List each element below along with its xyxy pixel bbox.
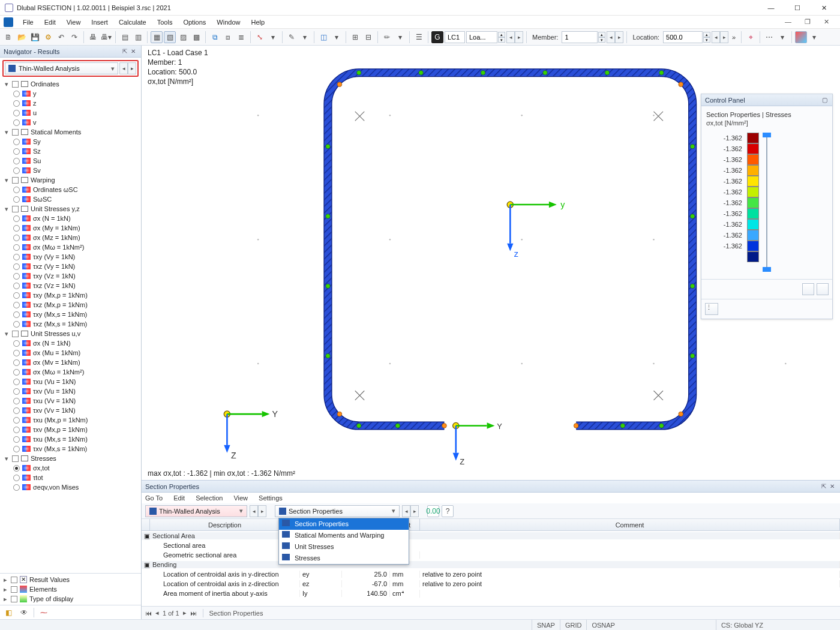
section-menu-goto[interactable]: Go To: [145, 494, 163, 502]
section-precision-icon[interactable]: 0.00: [427, 505, 439, 517]
navigator-header[interactable]: Navigator - Results ⇱ ✕: [0, 46, 141, 58]
misc-a-icon[interactable]: ⋯: [763, 31, 775, 43]
wand-icon[interactable]: ✎: [286, 31, 298, 43]
section-table-nav[interactable]: ◂▸: [402, 505, 419, 517]
dd-unit-stresses[interactable]: Unit Stresses: [279, 541, 409, 553]
tree-item[interactable]: σx (N = 1kN): [13, 214, 140, 223]
menu-tools[interactable]: Tools: [152, 17, 178, 27]
tree-item[interactable]: σx (N = 1kN): [13, 338, 140, 348]
tree-item[interactable]: u: [13, 108, 140, 118]
menu-insert[interactable]: Insert: [86, 17, 113, 27]
tree-item[interactable]: τxu (Vv = 1kN): [13, 396, 140, 406]
menu-help[interactable]: Help: [246, 17, 269, 27]
location-prev-next[interactable]: ◂▸: [712, 31, 728, 43]
nav-results-tab-icon[interactable]: ⁓: [38, 607, 50, 619]
tree-item[interactable]: σx (Mω = 1kNm²): [13, 242, 140, 252]
pencil-dd-icon[interactable]: ▾: [394, 31, 406, 43]
section-table-dropdown[interactable]: Section Properties Statical Moments and …: [278, 518, 409, 565]
tree-item[interactable]: τxv (Vu = 1kN): [13, 386, 140, 396]
tree-item[interactable]: τxv (Mx,p = 1kNm): [13, 425, 140, 434]
axes-dd-icon[interactable]: ▾: [267, 31, 279, 43]
tree-item[interactable]: τxu (Mx,s = 1kNm): [13, 434, 140, 444]
tree-item[interactable]: τxz (Mx,p = 1kNm): [13, 300, 140, 310]
undo-icon[interactable]: ↶: [55, 31, 67, 43]
tree-item[interactable]: σx (Mω = 1kNm²): [13, 367, 140, 377]
nav-data-tab-icon[interactable]: ◧: [2, 607, 14, 619]
axes-icon[interactable]: ⤡: [254, 31, 266, 43]
tree-item[interactable]: σx (Mz = 1kNm): [13, 233, 140, 242]
settings-icon[interactable]: ⚙: [42, 31, 54, 43]
tree-item[interactable]: τtot: [13, 473, 140, 482]
pager-prev-icon[interactable]: ◂: [155, 609, 159, 617]
view-shade-icon[interactable]: ▦: [151, 31, 163, 43]
member-combo[interactable]: [562, 31, 598, 43]
mdi-restore-icon[interactable]: ❐: [800, 17, 815, 27]
cp-copy-icon[interactable]: [802, 283, 814, 295]
control-panel[interactable]: Control Panel ▢ Section Properties | Str…: [701, 94, 833, 319]
col-comment[interactable]: Comment: [420, 519, 840, 530]
location-stepper[interactable]: ▴▾: [703, 32, 710, 43]
analysis-combo[interactable]: Thin-Walled Analysis ▾: [5, 62, 118, 74]
footer-type-of-display[interactable]: Type of display: [29, 594, 73, 604]
table-row[interactable]: Location of centroidal axis in y-directi…: [142, 569, 840, 579]
script-icon[interactable]: ≣: [235, 31, 247, 43]
box-dd-icon[interactable]: ▾: [331, 31, 343, 43]
dd-section-properties[interactable]: Section Properties: [279, 518, 409, 530]
menu-file[interactable]: File: [18, 17, 38, 27]
box-icon[interactable]: ◫: [317, 31, 329, 43]
report-icon[interactable]: ▤: [119, 31, 131, 43]
menu-window[interactable]: Window: [212, 17, 245, 27]
grid-b-icon[interactable]: ⊟: [362, 31, 374, 43]
mdi-close-icon[interactable]: ✕: [819, 17, 834, 27]
target-icon[interactable]: ⌖: [745, 31, 757, 43]
tree-item[interactable]: Sz: [13, 146, 140, 156]
redo-icon[interactable]: ↷: [68, 31, 80, 43]
tree-item[interactable]: Sy: [13, 137, 140, 146]
calc-icon[interactable]: ⧉: [209, 31, 221, 43]
status-grid[interactable]: GRID: [560, 620, 587, 630]
window-close-button[interactable]: ✕: [812, 0, 835, 16]
col-description[interactable]: Description: [150, 519, 300, 530]
mdi-minimize-icon[interactable]: —: [780, 17, 796, 27]
wand-dd-icon[interactable]: ▾: [299, 31, 311, 43]
tree-item[interactable]: z: [13, 98, 140, 108]
tree-group[interactable]: ▾ Ordinates: [4, 79, 140, 89]
menu-calculate[interactable]: Calculate: [114, 17, 151, 27]
table-row[interactable]: ▣Sectional Area: [142, 531, 840, 541]
tree-item[interactable]: τxu (Mx,p = 1kNm): [13, 415, 140, 425]
section-menu-selection[interactable]: Selection: [196, 494, 223, 502]
tree-group[interactable]: ▾ Warping: [4, 175, 140, 185]
model-viewport[interactable]: LC1 - Load Case 1 Member: 1 Location: 50…: [142, 46, 840, 480]
tree-item[interactable]: τxy (Mx,s = 1kNm): [13, 310, 140, 319]
tree-item[interactable]: σeqv,von Mises: [13, 482, 140, 492]
dd-statical-moments[interactable]: Statical Moments and Warping: [279, 530, 409, 541]
dd-stresses[interactable]: Stresses: [279, 553, 409, 564]
pencil-icon[interactable]: ✏: [381, 31, 393, 43]
control-panel-close-icon[interactable]: ▢: [820, 97, 829, 103]
tree-group[interactable]: ▾ Stresses: [4, 454, 140, 463]
tree-group[interactable]: ▾ Statical Moments: [4, 127, 140, 137]
pager-last-icon[interactable]: ⏭: [190, 610, 197, 617]
menu-options[interactable]: Options: [178, 17, 211, 27]
tree-item[interactable]: τxz (Vy = 1kN): [13, 262, 140, 271]
section-help-icon[interactable]: ?: [442, 505, 454, 517]
open-icon[interactable]: 📂: [16, 31, 28, 43]
view-solid-icon[interactable]: ▨: [177, 31, 189, 43]
legend-slider[interactable]: [763, 133, 771, 272]
control-panel-header[interactable]: Control Panel ▢: [701, 94, 832, 106]
status-snap[interactable]: SNAP: [532, 620, 560, 630]
tree-item[interactable]: Sv: [13, 166, 140, 175]
section-close-icon[interactable]: ✕: [828, 483, 836, 490]
section-pin-icon[interactable]: ⇱: [820, 483, 828, 490]
table-row[interactable]: Location of centroidal axis in z-directi…: [142, 579, 840, 589]
tree-item[interactable]: τxy (Mx,p = 1kNm): [13, 290, 140, 300]
tree-item[interactable]: SωSC: [13, 194, 140, 204]
misc-b-icon[interactable]: ▾: [776, 31, 788, 43]
tree-item[interactable]: τxy (Vz = 1kN): [13, 271, 140, 281]
section-table-combo[interactable]: Section Properties▾: [275, 505, 400, 517]
new-icon[interactable]: 🗎: [2, 31, 14, 43]
app-menu-icon[interactable]: [4, 17, 13, 27]
tree-item[interactable]: τxv (Vv = 1kN): [13, 406, 140, 415]
palette-dd-icon[interactable]: ▾: [808, 31, 820, 43]
lc-stepper[interactable]: ▴▾: [498, 32, 505, 43]
